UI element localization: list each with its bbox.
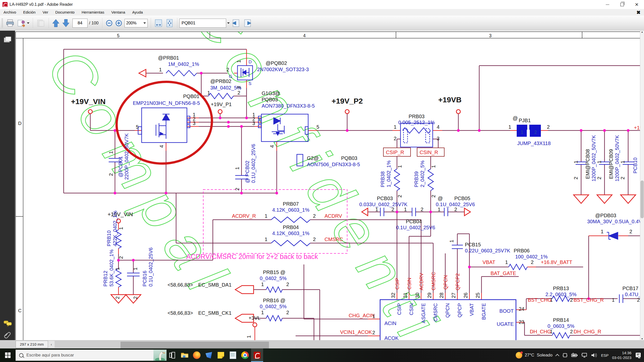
- schematic-label: 2: [620, 177, 625, 179]
- start-button[interactable]: [0, 348, 16, 362]
- schematic-label: 2200P_0402_50V7K: [124, 133, 130, 180]
- comments-panel-icon[interactable]: [4, 320, 12, 328]
- page-total-label: / 100: [89, 21, 99, 26]
- battery-icon[interactable]: [571, 353, 578, 357]
- chrome-icon: [241, 351, 249, 359]
- menu-herramientas[interactable]: Herramientas: [78, 9, 108, 16]
- schematic-label: 2: [534, 130, 537, 135]
- notepad-icon: [230, 351, 236, 359]
- scroll-down-icon[interactable]: ▼: [641, 338, 643, 340]
- schematic-label: 2: [570, 329, 573, 334]
- firefox-icon: [193, 351, 200, 359]
- status-bar: 297 x 210 mm ‹: [0, 340, 644, 348]
- fit-width-icon: [154, 19, 163, 27]
- schematic-label: 1: [372, 313, 375, 319]
- schematic-label: VCIN1_ACOK: [340, 329, 372, 335]
- previous-page-button[interactable]: [51, 17, 61, 29]
- schematic-label: PCB03: [377, 196, 393, 201]
- schematic-label: BST_CHG_R: [574, 297, 604, 303]
- network-icon[interactable]: [581, 353, 587, 358]
- menu-ayuda[interactable]: Ayuda: [129, 9, 146, 16]
- volume-icon[interactable]: [591, 353, 597, 358]
- schematic-label: 422K_0402_1%: [112, 210, 118, 246]
- schematic-label: 100_0402_1%: [515, 254, 548, 260]
- fit-width-button[interactable]: [153, 17, 164, 29]
- schematic-label: CSIP: [394, 278, 400, 290]
- task-view-icon: [169, 352, 176, 358]
- firefox-button[interactable]: [191, 348, 203, 362]
- close-button[interactable]: ×: [629, 0, 644, 9]
- adobe-reader-icon: [3, 2, 8, 7]
- schematic-label: <58,66,83>: [168, 310, 193, 316]
- schematic-label: ACDRV_R: [232, 213, 256, 219]
- mail-app-button[interactable]: [203, 348, 215, 362]
- schematic-label: @PRB01: [158, 55, 179, 61]
- acrobat-reader-button[interactable]: [251, 348, 263, 362]
- schematic-label: CSIP: [396, 303, 402, 315]
- schematic-label: +19V_VIN: [108, 211, 133, 217]
- sticky-notes-button[interactable]: [215, 348, 227, 362]
- page-number-input[interactable]: [72, 19, 88, 28]
- find-previous-icon: [231, 19, 240, 27]
- task-view-button[interactable]: [167, 348, 179, 362]
- schematic-label: 4.12K_0603_1%: [272, 231, 309, 236]
- scroll-left-button[interactable]: ‹: [48, 341, 55, 348]
- pages-panel-icon[interactable]: [4, 36, 12, 45]
- notification-center-icon[interactable]: [635, 352, 641, 358]
- schematic-label: PCB05: [454, 196, 470, 201]
- print-button[interactable]: [5, 17, 16, 29]
- find-next-button[interactable]: [242, 17, 254, 29]
- restore-button[interactable]: [615, 0, 629, 9]
- next-page-button[interactable]: [61, 17, 71, 29]
- menu-documento[interactable]: Documento: [52, 9, 78, 16]
- tablet-mode-icon[interactable]: [562, 353, 568, 358]
- schematic-label: 1: [438, 207, 440, 212]
- chrome-button[interactable]: [239, 348, 251, 362]
- search-input[interactable]: [179, 19, 226, 28]
- schematic-label: PQB03: [341, 155, 357, 161]
- menu-ventana[interactable]: Ventana: [108, 9, 129, 16]
- menu-archivo[interactable]: Archivo: [0, 9, 20, 16]
- schematic-label: PCB17: [622, 286, 638, 291]
- schematic-label: 1: [431, 165, 436, 168]
- schematic-label: 4: [437, 124, 439, 130]
- schematic-label: 2: [421, 207, 423, 212]
- schematic-label: 2: [118, 256, 124, 259]
- close-document-icon[interactable]: ✖: [636, 10, 640, 15]
- zoom-out-button[interactable]: [104, 17, 114, 29]
- schematic-label: VBAT: [482, 259, 495, 265]
- share-button[interactable]: [16, 17, 31, 29]
- language-indicator[interactable]: ESP: [601, 353, 609, 357]
- taskbar-clock[interactable]: 14:36 03-01-2023: [612, 350, 631, 360]
- zoom-level-select[interactable]: 200%: [125, 19, 148, 27]
- schematic-label: 1: [236, 60, 242, 63]
- vertical-scroll-thumb[interactable]: [640, 180, 644, 218]
- menu-ver[interactable]: Ver: [39, 9, 52, 16]
- search-caret-icon[interactable]: [227, 22, 230, 24]
- arrow-down-icon: [62, 19, 70, 27]
- fit-page-button[interactable]: [164, 17, 175, 29]
- schematic-label: 1: [397, 165, 403, 168]
- taskbar-search[interactable]: Escribe aquí para buscar: [16, 350, 167, 361]
- minimize-button[interactable]: [600, 0, 615, 9]
- schematic-label: ASGATE: [421, 303, 426, 323]
- find-previous-button[interactable]: [230, 17, 242, 29]
- schematic-label: 0.1U_0402_25V6: [148, 247, 154, 287]
- scroll-up-icon[interactable]: ▲: [641, 31, 643, 33]
- attachments-panel-icon[interactable]: [4, 331, 11, 340]
- schematic-label: 23: [519, 319, 524, 325]
- clock-time: 14:36: [612, 350, 631, 355]
- zoom-in-button[interactable]: [114, 17, 124, 29]
- schematic-label: EMI@PCB09: [608, 149, 614, 179]
- schematic-label: G: [229, 74, 232, 79]
- schematic-label: 2_0402_5%: [420, 160, 425, 187]
- schematic-label: 29: [427, 293, 432, 298]
- tray-expand-icon[interactable]: [555, 354, 559, 358]
- file-explorer-button[interactable]: [179, 348, 191, 362]
- weather-widget[interactable]: 27°C Soleado: [516, 352, 552, 358]
- notepad-button[interactable]: [227, 348, 239, 362]
- weather-desc: Soleado: [537, 353, 552, 358]
- previous-view-button[interactable]: [35, 17, 47, 29]
- horizontal-scroll-thumb[interactable]: [120, 342, 269, 348]
- menu-edicion[interactable]: Edición: [20, 9, 39, 16]
